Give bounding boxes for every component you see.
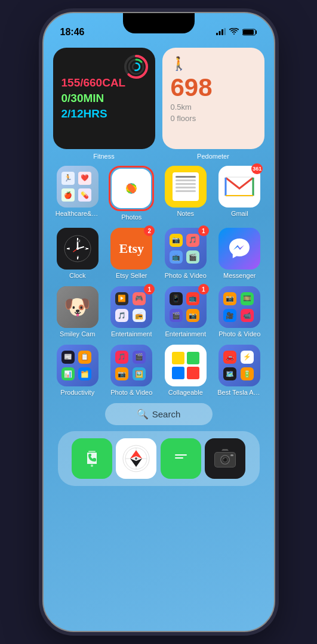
app-photovideo3[interactable]: 🎵 🎬 📷 🖼️ Photo & Video bbox=[107, 345, 156, 396]
dock-camera[interactable] bbox=[205, 438, 245, 479]
svg-point-43 bbox=[91, 465, 93, 467]
tesla-icon: 🚗 ⚡ 🗺️ 🔋 bbox=[218, 345, 260, 386]
fitness-label: Fitness bbox=[53, 153, 155, 160]
pedometer-floors: 0 floors bbox=[171, 114, 256, 123]
app-etsy[interactable]: Etsy 2 Etsy Seller bbox=[107, 228, 156, 279]
svg-rect-2 bbox=[221, 29, 223, 35]
smileycam-icon: 🐶 bbox=[57, 286, 99, 328]
dock-safari[interactable] bbox=[116, 438, 156, 479]
entertainment1-label: Entertainment bbox=[111, 330, 152, 338]
svg-point-61 bbox=[223, 458, 224, 459]
entertainment2-badge: 1 bbox=[198, 284, 209, 295]
app-entertainment2[interactable]: 📱 📺 🎬 📸 1 Entertainment bbox=[161, 286, 211, 338]
notes-icon bbox=[165, 166, 207, 208]
photovideo1-icon: 📷 🎵 📺 🎬 1 bbox=[165, 228, 207, 270]
fitness-widget[interactable]: 155/660CAL 0/30MIN 2/12HRS bbox=[53, 48, 155, 149]
status-icons bbox=[216, 28, 257, 37]
pedometer-widget[interactable]: 🚶 698 0.5km 0 floors bbox=[162, 48, 264, 149]
svg-rect-0 bbox=[216, 33, 218, 35]
gmail-icon: 361 bbox=[218, 166, 260, 208]
messenger-label: Messenger bbox=[223, 272, 256, 279]
svg-rect-41 bbox=[172, 367, 184, 379]
pedometer-label: Pedometer bbox=[162, 153, 264, 160]
battery-icon bbox=[242, 29, 257, 36]
svg-rect-40 bbox=[187, 352, 199, 364]
app-entertainment1[interactable]: ▶️ 🎮 🎵 📻 1 Entertainment bbox=[107, 286, 156, 338]
healthcare-label: Healthcare&Fit... bbox=[56, 210, 100, 217]
entertainment1-icon: ▶️ 🎮 🎵 📻 1 bbox=[110, 286, 152, 328]
svg-rect-42 bbox=[187, 367, 199, 379]
photovideo2-label: Photo & Video bbox=[218, 330, 260, 338]
pedometer-km: 0.5km bbox=[171, 103, 256, 112]
entertainment1-badge: 1 bbox=[144, 284, 155, 295]
photos-highlight-ring bbox=[109, 166, 154, 211]
gmail-badge: 361 bbox=[251, 163, 263, 174]
app-grid: 🏃 ❤️ 🍎 💊 Healthcare&Fit... bbox=[53, 166, 264, 396]
search-icon: 🔍 bbox=[137, 408, 149, 420]
entertainment2-icon: 📱 📺 🎬 📸 1 bbox=[165, 286, 207, 328]
svg-rect-62 bbox=[230, 454, 233, 456]
entertainment2-label: Entertainment bbox=[165, 330, 206, 338]
svg-rect-1 bbox=[218, 31, 220, 35]
photovideo3-icon: 🎵 🎬 📷 🖼️ bbox=[110, 345, 152, 386]
etsy-badge: 2 bbox=[144, 225, 155, 236]
productivity-icon: 📰 📋 📊 🗂️ bbox=[57, 345, 99, 386]
app-collageable[interactable]: Collageable bbox=[161, 345, 211, 396]
collageable-label: Collageable bbox=[168, 389, 203, 396]
phone-content: 155/660CAL 0/30MIN 2/12HRS 🚶 698 0.5km 0… bbox=[44, 43, 274, 491]
app-clock[interactable]: 12 3 6 9 Clock bbox=[53, 228, 103, 279]
app-photos[interactable]: Photos bbox=[107, 166, 156, 221]
widget-labels: Fitness Pedometer bbox=[53, 153, 264, 160]
svg-rect-39 bbox=[172, 352, 184, 364]
fitness-hrs: 2/12HRS bbox=[61, 107, 147, 120]
photovideo2-icon: 📸 🎞️ 🎥 📹 bbox=[218, 286, 260, 328]
svg-point-52 bbox=[135, 457, 137, 460]
etsy-icon: Etsy 2 bbox=[110, 228, 152, 270]
collageable-icon bbox=[165, 345, 207, 386]
app-photovideo2[interactable]: 📸 🎞️ 🎥 📹 Photo & Video bbox=[215, 286, 264, 338]
fitness-min: 0/30MIN bbox=[61, 92, 147, 105]
pedometer-steps: 698 bbox=[171, 75, 256, 100]
smileycam-label: Smiley Cam bbox=[60, 330, 95, 338]
signal-icon bbox=[216, 28, 226, 37]
photovideo1-label: Photo & Video bbox=[165, 272, 207, 279]
wifi-icon bbox=[229, 28, 239, 37]
status-time: 18:46 bbox=[60, 27, 85, 38]
search-text: Search bbox=[152, 409, 181, 419]
search-bar[interactable]: 🔍 Search bbox=[105, 403, 213, 425]
productivity-label: Productivity bbox=[60, 389, 94, 396]
photos-label: Photos bbox=[121, 213, 141, 221]
messenger-icon bbox=[218, 228, 260, 270]
etsy-label: Etsy Seller bbox=[116, 272, 147, 279]
dock bbox=[58, 431, 260, 486]
pedometer-icon: 🚶 bbox=[171, 56, 256, 72]
svg-rect-5 bbox=[243, 30, 254, 35]
widgets-row: 155/660CAL 0/30MIN 2/12HRS 🚶 698 0.5km 0… bbox=[53, 48, 264, 149]
svg-text:12: 12 bbox=[76, 239, 81, 243]
healthcare-icon: 🏃 ❤️ 🍎 💊 bbox=[57, 166, 99, 208]
app-gmail[interactable]: 361 Gmail bbox=[215, 166, 264, 221]
tesla-label: Best Tesla Apps bbox=[217, 389, 261, 396]
svg-point-38 bbox=[76, 247, 79, 250]
dock-messages[interactable] bbox=[161, 438, 201, 479]
photovideo1-badge: 1 bbox=[198, 225, 209, 236]
clock-label: Clock bbox=[69, 272, 86, 279]
app-messenger[interactable]: Messenger bbox=[215, 228, 264, 279]
phone-frame: 18:46 bbox=[42, 12, 275, 632]
dock-phone[interactable] bbox=[72, 438, 112, 479]
notes-label: Notes bbox=[177, 210, 194, 217]
photos-icon bbox=[112, 169, 151, 208]
notch bbox=[123, 13, 195, 33]
app-healthcare[interactable]: 🏃 ❤️ 🍎 💊 Healthcare&Fit... bbox=[53, 166, 103, 221]
app-photovideo1[interactable]: 📷 🎵 📺 🎬 1 Photo & Video bbox=[161, 228, 211, 279]
gmail-label: Gmail bbox=[231, 210, 248, 217]
photovideo3-label: Photo & Video bbox=[110, 389, 152, 396]
app-smileycam[interactable]: 🐶 Smiley Cam bbox=[53, 286, 103, 338]
app-tesla[interactable]: 🚗 ⚡ 🗺️ 🔋 Best Tesla Apps bbox=[215, 345, 264, 396]
clock-icon: 12 3 6 9 bbox=[57, 228, 99, 270]
app-productivity[interactable]: 📰 📋 📊 🗂️ Productivity bbox=[53, 345, 103, 396]
svg-rect-3 bbox=[224, 28, 226, 35]
app-notes[interactable]: Notes bbox=[161, 166, 211, 221]
